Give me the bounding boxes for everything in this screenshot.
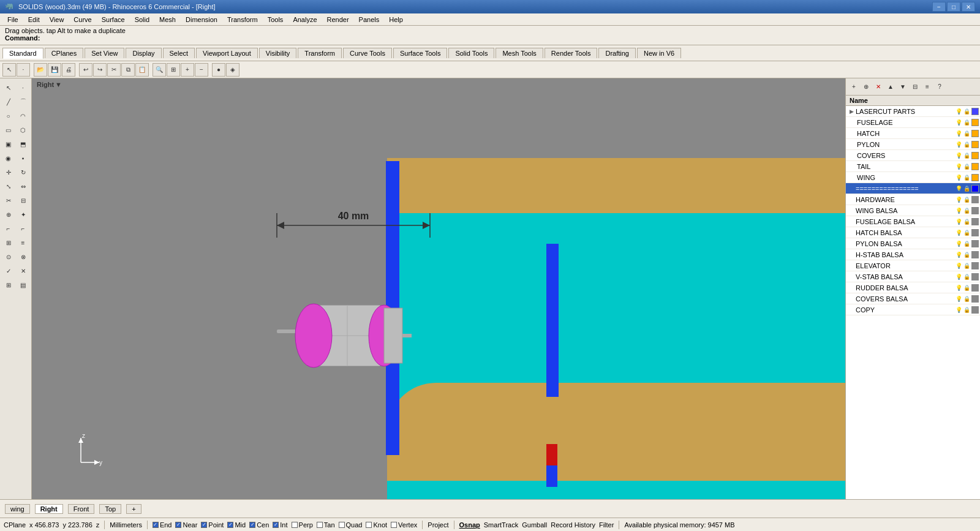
layer-color-hatch-balsa[interactable] — [971, 229, 979, 236]
layer-lock-pylon-balsa[interactable]: 🔒 — [963, 241, 970, 247]
viewport[interactable]: Right ▼ — [32, 78, 845, 499]
layer-visible-tail[interactable]: 💡 — [956, 164, 962, 170]
layer-color-copy[interactable] — [971, 306, 979, 314]
point-snap[interactable]: ✓Point — [201, 521, 224, 529]
redo[interactable]: ↪ — [93, 63, 107, 77]
layer-color-wing-balsa[interactable] — [971, 207, 979, 214]
layer-visible-lasercut[interactable]: 💡 — [956, 108, 962, 115]
rectangle-icon[interactable]: ▭ — [2, 123, 15, 137]
join-icon[interactable]: ⊕ — [2, 208, 15, 221]
print[interactable]: 🖨 — [62, 63, 75, 77]
layer-visible-covers-balsa[interactable]: 💡 — [956, 296, 962, 302]
layer-tail[interactable]: TAIL 💡 🔒 — [846, 161, 980, 172]
undo[interactable]: ↩ — [79, 63, 92, 77]
layer-hardware[interactable]: HARDWARE 💡 🔒 — [846, 194, 980, 205]
add-viewport-button[interactable]: + — [126, 504, 141, 514]
near-snap[interactable]: ✓Near — [175, 521, 197, 529]
layer-visible-covers[interactable]: 💡 — [956, 153, 962, 159]
layer-expand-lasercut[interactable]: ▶ — [847, 108, 854, 115]
layer-color-pylon[interactable] — [971, 141, 979, 148]
tab-set-view[interactable]: Set View — [85, 48, 124, 58]
menu-analyze[interactable]: Analyze — [288, 15, 322, 24]
material[interactable]: ◈ — [226, 63, 239, 77]
menu-curve[interactable]: Curve — [69, 15, 96, 24]
cut[interactable]: ✂ — [107, 63, 121, 77]
menu-file[interactable]: File — [2, 15, 23, 24]
layer-lock-wing-balsa[interactable]: 🔒 — [963, 208, 970, 214]
layer-lasercut[interactable]: ▶ LASERCUT PARTS 💡 🔒 — [846, 106, 980, 117]
extrude-icon[interactable]: ⬒ — [17, 137, 30, 151]
layer-color-hatch[interactable] — [971, 130, 979, 137]
layer-copy[interactable]: COPY 💡 🔒 — [846, 304, 980, 315]
record-history-label[interactable]: Record History — [551, 521, 595, 529]
layer-visible-pylon[interactable]: 💡 — [956, 141, 962, 148]
render[interactable]: ● — [212, 63, 225, 77]
status-tab-front[interactable]: Front — [68, 504, 95, 514]
rotate-icon[interactable]: ↻ — [17, 165, 30, 179]
menu-tools[interactable]: Tools — [263, 15, 288, 24]
layer-hatch[interactable]: HATCH 💡 🔒 — [846, 128, 980, 139]
layer-color-vstab-balsa[interactable] — [971, 273, 979, 281]
gumball-icon[interactable]: ⊗ — [17, 250, 30, 263]
menu-surface[interactable]: Surface — [97, 15, 130, 24]
layer-dashes[interactable]: ================ 💡 🔒 — [846, 183, 980, 194]
quad-snap[interactable]: Quad — [339, 521, 363, 529]
menu-render[interactable]: Render — [322, 15, 354, 24]
layer-visible-elevator[interactable]: 💡 — [956, 263, 962, 269]
menu-transform[interactable]: Transform — [222, 15, 263, 24]
layer-vstab-balsa[interactable]: V-STAB BALSA 💡 🔒 — [846, 271, 980, 282]
tab-solid-tools[interactable]: Solid Tools — [448, 48, 494, 58]
layer-lock-lasercut[interactable]: 🔒 — [963, 108, 970, 115]
layer-visible-pylon-balsa[interactable]: 💡 — [956, 241, 962, 247]
tab-render-tools[interactable]: Render Tools — [545, 48, 598, 58]
close-button[interactable]: ✕ — [962, 2, 975, 12]
gumball-label[interactable]: Gumball — [522, 521, 547, 529]
layer-lock-vstab-balsa[interactable]: 🔒 — [963, 274, 970, 280]
tab-mesh-tools[interactable]: Mesh Tools — [496, 48, 543, 58]
layers-icon[interactable]: ▤ — [17, 278, 30, 292]
point-icon[interactable]: · — [17, 81, 30, 94]
filter-icon[interactable]: ⊟ — [910, 81, 921, 92]
paste[interactable]: 📋 — [135, 63, 149, 77]
move-down-icon[interactable]: ▼ — [897, 81, 908, 92]
status-tab-top[interactable]: Top — [99, 504, 121, 514]
surface-icon[interactable]: ▣ — [2, 137, 15, 151]
polygon-icon[interactable]: ⬡ — [17, 123, 30, 137]
layer-color-wing[interactable] — [971, 174, 979, 181]
layer-color-hardware[interactable] — [971, 196, 979, 203]
line-icon[interactable]: ╱ — [2, 95, 15, 108]
menu-view[interactable]: View — [45, 15, 69, 24]
check-icon[interactable]: ✓ — [2, 264, 15, 277]
new-sublayer-icon[interactable]: ⊕ — [861, 81, 872, 92]
layer-lock-copy[interactable]: 🔒 — [963, 307, 970, 313]
tab-visibility[interactable]: Visibility — [259, 48, 297, 58]
save-file[interactable]: 💾 — [48, 63, 61, 77]
layer-visible-rudder-balsa[interactable]: 💡 — [956, 285, 962, 291]
layer-elevator[interactable]: ELEVATOR 💡 🔒 — [846, 260, 980, 271]
layer-color-dashes[interactable] — [971, 185, 979, 192]
chamfer-icon[interactable]: ⌐ — [17, 222, 30, 235]
osnap-icon[interactable]: ⊙ — [2, 250, 15, 263]
match-layer-icon[interactable]: ≡ — [922, 81, 933, 92]
layer-lock-dashes[interactable]: 🔒 — [963, 186, 970, 192]
layer-lock-hstab-balsa[interactable]: 🔒 — [963, 252, 970, 258]
layer-covers-balsa[interactable]: COVERS BALSA 💡 🔒 — [846, 293, 980, 304]
open-file[interactable]: 📂 — [34, 63, 47, 77]
polyline-icon[interactable]: ⌒ — [17, 95, 30, 108]
layer-pylon-balsa[interactable]: PYLON BALSA 💡 🔒 — [846, 238, 980, 249]
arc-icon[interactable]: ◠ — [17, 109, 30, 122]
point-tool[interactable]: · — [17, 63, 30, 77]
new-layer-icon[interactable]: + — [848, 81, 859, 92]
minimize-button[interactable]: − — [932, 2, 946, 12]
mid-snap[interactable]: ✓Mid — [227, 521, 246, 529]
int-snap[interactable]: ✓Int — [273, 521, 287, 529]
select-tool[interactable]: ↖ — [2, 63, 16, 77]
zoom-selected[interactable]: ⊞ — [167, 63, 180, 77]
layer-covers[interactable]: COVERS 💡 🔒 — [846, 150, 980, 161]
layer-color-tail[interactable] — [971, 163, 979, 170]
layer-lock-pylon[interactable]: 🔒 — [963, 141, 970, 148]
grid-icon[interactable]: ⊞ — [2, 278, 15, 292]
delete-layer-icon[interactable]: ✕ — [873, 81, 884, 92]
tab-transform[interactable]: Transform — [298, 48, 342, 58]
trim-icon[interactable]: ✂ — [2, 194, 15, 207]
